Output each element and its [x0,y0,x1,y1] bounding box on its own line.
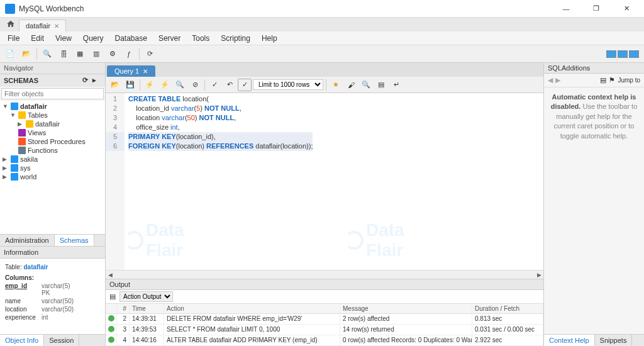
output-row[interactable]: 214:39:31DELETE FROM dataflair WHERE emp… [106,314,543,325]
tree-node-sakila[interactable]: ▶sakila [3,155,103,164]
maximize-button[interactable]: ❐ [584,1,609,16]
sql-editor[interactable]: 123456 CREATE TABLE location( location_i… [106,93,543,270]
help-forward-button[interactable]: ▶ [555,76,560,84]
help-back-button[interactable]: ◀ [548,76,553,84]
administration-tab[interactable]: Administration [0,235,55,246]
snippet-button[interactable]: ▤ [374,79,388,91]
menu-query[interactable]: Query [78,32,109,45]
connection-tab[interactable]: dataflair ✕ [19,20,66,31]
output-list-icon[interactable]: ▤ [109,293,116,301]
tree-node-sys[interactable]: ▶sys [3,164,103,172]
schemas-tab[interactable]: Schemas [55,235,94,246]
rollback-button[interactable]: ↶ [223,79,236,91]
info-table-name: dataflair [23,264,48,271]
object-info-tab[interactable]: Object Info [0,335,44,346]
connection-tab-label: dataflair [26,22,50,30]
beautify-button[interactable]: ★ [329,79,343,91]
open-sql-button[interactable]: 📂 [19,47,34,61]
query-tab-label: Query 1 [114,67,139,75]
app-icon [5,4,15,14]
information-header: Information [0,246,105,259]
output-row[interactable]: 314:39:53SELECT * FROM dataflair LIMIT 0… [106,325,543,335]
sql-additions-header: SQLAdditions [544,63,644,74]
close-tab-icon[interactable]: ✕ [54,23,59,30]
limit-rows-select[interactable]: Limit to 1000 rows [253,79,323,90]
minimize-button[interactable]: — [553,1,579,16]
schema-refresh-icon[interactable]: ⟳ [82,76,91,85]
search-button[interactable]: 🔍 [359,79,373,91]
help-toolbar-icon[interactable]: ▤ [600,76,606,84]
menu-view[interactable]: View [50,32,77,45]
schema-expand-icon[interactable]: ▸ [92,76,101,85]
brush-button[interactable]: 🖌 [344,79,358,91]
panel-toggles [606,50,639,58]
stop-button[interactable]: ⊘ [188,79,202,91]
jump-to-label[interactable]: Jump to [618,77,640,84]
editor-horizontal-scrollbar[interactable]: ◀▶ [106,270,543,279]
schemas-header: SCHEMAS [4,77,38,84]
tree-node-dataflair[interactable]: ▼dataflair [3,102,103,111]
output-row[interactable]: 414:40:16ALTER TABLE dataflair ADD PRIMA… [106,335,543,346]
menu-database[interactable]: Database [110,32,152,45]
menu-server[interactable]: Server [153,32,186,45]
toggle-bottom-panel[interactable] [618,50,628,58]
query-tab[interactable]: Query 1 ✕ [107,65,155,77]
commit-button[interactable]: ✓ [208,79,221,91]
wrap-button[interactable]: ↵ [389,79,403,91]
execute-current-button[interactable]: ⚡ [158,79,172,91]
tree-node-dataflair[interactable]: ▶dataflair [3,120,103,128]
close-query-tab-icon[interactable]: ✕ [143,68,148,75]
toggle-left-panel[interactable] [606,50,616,58]
filter-objects-input[interactable] [1,88,104,99]
output-header: Output [106,279,543,290]
info-columns-label: Columns: [5,274,100,281]
open-file-button[interactable]: 📂 [108,79,122,91]
help-auto-icon[interactable]: ⚑ [609,76,615,84]
context-help-tab[interactable]: Context Help [544,335,595,346]
menu-edit[interactable]: Edit [26,32,49,45]
context-help-message: Automatic context help is disabled. Use … [544,87,644,334]
tree-node-stored-procedures[interactable]: Stored Procedures [3,137,103,146]
home-icon[interactable] [3,18,19,31]
tree-node-world[interactable]: ▶world [3,172,103,181]
menu-tools[interactable]: Tools [187,32,214,45]
execute-button[interactable]: ⚡ [143,79,157,91]
tree-node-tables[interactable]: ▼Tables [3,111,103,120]
window-title: MySQL Workbench [19,4,553,13]
toggle-right-panel[interactable] [629,50,639,58]
menu-file[interactable]: File [3,32,25,45]
snippets-tab[interactable]: Snippets [595,335,633,346]
inspector-button[interactable]: 🔍 [40,47,55,61]
output-mode-select[interactable]: Action Output [119,291,173,302]
session-tab[interactable]: Session [44,335,79,346]
autocommit-button[interactable]: ✓ [238,79,252,91]
save-file-button[interactable]: 💾 [123,79,137,91]
tree-node-functions[interactable]: Functions [3,146,103,155]
new-function-button[interactable]: ƒ [121,47,136,61]
new-view-button[interactable]: ▥ [89,47,104,61]
tree-node-views[interactable]: Views [3,128,103,137]
close-button[interactable]: ✕ [614,1,639,16]
new-procedure-button[interactable]: ⚙ [105,47,120,61]
new-schema-button[interactable]: 🗄 [56,47,71,61]
navigator-header: Navigator [0,63,105,74]
menu-scripting[interactable]: Scripting [216,32,255,45]
menu-help[interactable]: Help [257,32,282,45]
explain-button[interactable]: 🔍 [173,79,187,91]
new-table-button[interactable]: ▦ [72,47,87,61]
toolbar-button[interactable]: ⟳ [142,47,157,61]
new-sql-tab-button[interactable]: 📄 [3,47,18,61]
